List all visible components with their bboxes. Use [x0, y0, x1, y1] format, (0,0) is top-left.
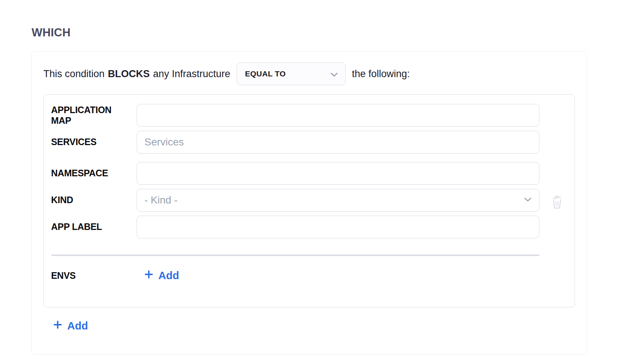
app-label-input[interactable]: [137, 216, 539, 238]
condition-verb-text: BLOCKS: [108, 68, 150, 80]
add-condition-button-label: Add: [67, 320, 88, 332]
namespace-input[interactable]: [137, 162, 539, 185]
condition-middle-text: any Infrastructure: [153, 68, 230, 80]
infrastructure-fields-card: APPLICATION MAP SERVICES NAMESPACE KIND …: [43, 94, 575, 307]
field-row-kind: KIND - Kind -: [51, 189, 539, 212]
envs-add-button[interactable]: Add: [144, 270, 179, 282]
plus-icon: [53, 320, 62, 332]
field-row-services: SERVICES: [51, 131, 539, 154]
chevron-down-icon: [330, 68, 338, 80]
delete-condition-button[interactable]: [551, 193, 563, 209]
app-label-label: APP LABEL: [51, 221, 128, 233]
plus-icon: [144, 270, 154, 282]
operator-select-value: EQUAL TO: [245, 69, 286, 78]
chevron-down-icon: [524, 197, 532, 203]
services-input[interactable]: [137, 131, 539, 154]
condition-sentence: This condition BLOCKS any Infrastructure…: [43, 62, 575, 85]
kind-select[interactable]: - Kind -: [137, 189, 539, 212]
page: WHICH This condition BLOCKS any Infrastr…: [0, 0, 618, 364]
kind-select-placeholder: - Kind -: [144, 194, 177, 206]
kind-label: KIND: [51, 195, 128, 206]
namespace-label: NAMESPACE: [51, 168, 128, 179]
envs-add-button-label: Add: [158, 270, 179, 282]
divider: [51, 255, 539, 256]
field-row-namespace: NAMESPACE: [51, 162, 539, 185]
application-map-input[interactable]: [137, 104, 539, 127]
trash-icon: [551, 205, 563, 210]
add-condition-button[interactable]: Add: [53, 320, 88, 332]
field-row-envs: ENVS Add: [51, 270, 539, 282]
field-row-app-label: APP LABEL: [51, 216, 539, 238]
condition-card: This condition BLOCKS any Infrastructure…: [31, 51, 587, 355]
condition-prefix-text: This condition: [43, 68, 105, 80]
section-heading: WHICH: [32, 26, 71, 39]
operator-select[interactable]: EQUAL TO: [237, 62, 346, 85]
field-row-application-map: APPLICATION MAP: [51, 104, 539, 127]
application-map-label: APPLICATION MAP: [51, 105, 128, 126]
services-label: SERVICES: [51, 137, 128, 148]
condition-suffix-text: the following:: [352, 68, 410, 80]
envs-label: ENVS: [51, 270, 128, 281]
